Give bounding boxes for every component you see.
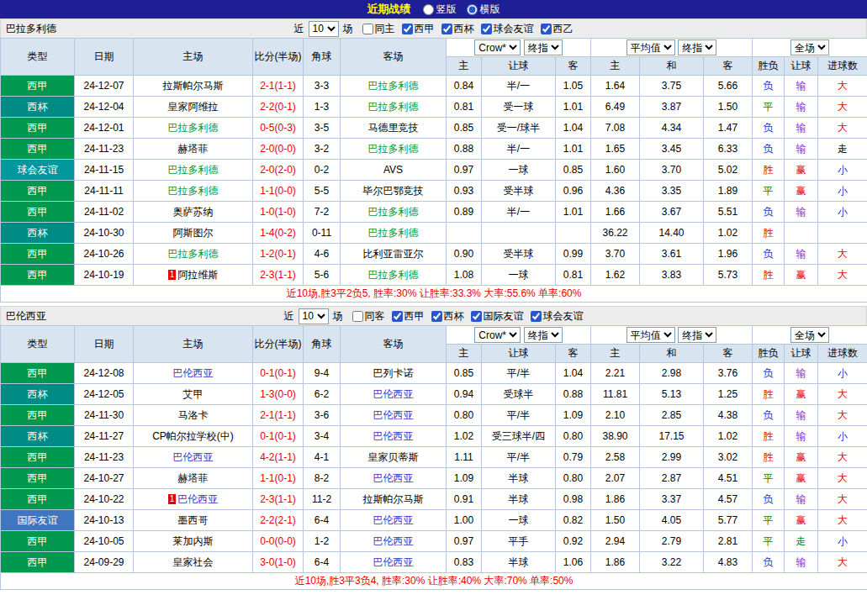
europe-odds-time-select[interactable]: 终指: [678, 327, 716, 343]
filter-checkbox-西甲[interactable]: 西甲: [392, 309, 425, 324]
home-team-cell[interactable]: 墨西哥: [134, 510, 253, 531]
date-cell: 24-12-01: [75, 118, 134, 139]
scope-select[interactable]: 全场: [790, 327, 829, 343]
checkbox-input[interactable]: [362, 24, 373, 34]
europe-odds-source-select[interactable]: 平均值: [626, 39, 675, 55]
asia-handicap-cell: 平手: [482, 531, 556, 552]
away-team-cell[interactable]: 巴拉多利德: [341, 202, 447, 223]
recent-count-select[interactable]: 10: [309, 21, 339, 37]
filter-checkbox-西杯[interactable]: 西杯: [431, 309, 464, 324]
home-team-cell[interactable]: 莱加内斯: [134, 531, 253, 552]
radio-input[interactable]: [467, 4, 478, 15]
europe-away-odds-cell: 1.02: [704, 223, 753, 244]
away-team-cell[interactable]: 巴伦西亚: [341, 405, 447, 426]
home-team-cell[interactable]: 赫塔菲: [134, 468, 253, 489]
filter-checkbox-西杯[interactable]: 西杯: [441, 22, 474, 36]
filter-checkbox-西乙[interactable]: 西乙: [541, 22, 574, 36]
handicap-result-cell: 输: [785, 244, 818, 265]
scope-select[interactable]: 全场: [790, 39, 829, 55]
corner-cell: 5-6: [304, 265, 341, 286]
handicap-result-cell: 赢: [785, 468, 818, 489]
checkbox-input[interactable]: [352, 311, 363, 322]
checkbox-input[interactable]: [531, 311, 542, 322]
filter-checkbox-同客[interactable]: 同客: [352, 309, 385, 324]
away-team-cell[interactable]: 巴伦西亚: [341, 531, 447, 552]
checkbox-input[interactable]: [481, 24, 492, 34]
filter-checkbox-同主[interactable]: 同主: [362, 22, 395, 36]
league-cell: 西甲: [1, 181, 75, 202]
asia-odds-time-select[interactable]: 终指: [524, 39, 563, 55]
away-team-cell[interactable]: 皇家贝蒂斯: [341, 447, 447, 468]
asia-home-odds-cell: 0.80: [447, 405, 482, 426]
layout-radio-横版[interactable]: 横版: [467, 3, 500, 17]
sub-asia-handicap: 让球: [482, 57, 556, 76]
asia-handicap-cell: 半/一: [482, 202, 556, 223]
checkbox-input[interactable]: [431, 311, 442, 322]
asia-handicap-cell: 受半球: [482, 181, 556, 202]
home-team-cell[interactable]: CP帕尔拉学校(中): [134, 426, 253, 447]
europe-draw-odds-cell: 14.40: [640, 223, 704, 244]
europe-draw-odds-cell: 3.61: [640, 244, 704, 265]
bookmaker-select[interactable]: Crow*: [474, 39, 521, 55]
away-team-cell[interactable]: 巴拉多利德: [341, 265, 447, 286]
checkbox-input[interactable]: [392, 311, 403, 322]
away-team-cell[interactable]: 巴拉多利德: [341, 76, 447, 97]
home-team-cell[interactable]: 巴伦西亚: [134, 447, 253, 468]
home-team-cell[interactable]: 1巴伦西亚: [134, 489, 253, 510]
col-header-type: 类型: [1, 39, 75, 76]
home-team-cell[interactable]: 巴拉多利德: [134, 244, 253, 265]
home-team-cell[interactable]: 巴拉多利德: [134, 118, 253, 139]
europe-odds-time-select[interactable]: 终指: [678, 39, 716, 55]
home-team-cell[interactable]: 拉斯帕尔马斯: [134, 76, 253, 97]
europe-odds-source-select[interactable]: 平均值: [626, 327, 675, 343]
checkbox-input[interactable]: [441, 24, 452, 34]
goals-result-cell: 大: [818, 118, 867, 139]
away-team-cell[interactable]: 巴伦西亚: [341, 510, 447, 531]
away-team-cell[interactable]: 巴伦西亚: [341, 552, 447, 573]
corner-cell: 1-3: [304, 97, 341, 118]
away-team-cell[interactable]: 巴伦西亚: [341, 468, 447, 489]
checkbox-label: 球会友谊: [543, 309, 584, 324]
away-team-cell[interactable]: 巴列卡诺: [341, 363, 447, 384]
checkbox-input[interactable]: [541, 24, 552, 34]
away-team-cell[interactable]: 毕尔巴鄂竞技: [341, 181, 447, 202]
home-team-cell[interactable]: 巴拉多利德: [134, 160, 253, 181]
recent-count-select[interactable]: 10: [299, 308, 329, 324]
away-team-cell[interactable]: 巴伦西亚: [341, 384, 447, 405]
home-team-cell[interactable]: 马洛卡: [134, 405, 253, 426]
filter-checkbox-西甲[interactable]: 西甲: [402, 22, 435, 36]
away-team-cell[interactable]: AVS: [341, 160, 447, 181]
asia-home-odds-cell: 0.83: [447, 552, 482, 573]
away-team-cell[interactable]: 比利亚雷亚尔: [341, 244, 447, 265]
away-team-cell[interactable]: 拉斯帕尔马斯: [341, 489, 447, 510]
sub-euro-away: 客: [704, 57, 753, 76]
away-team-cell[interactable]: 巴拉多利德: [341, 139, 447, 160]
away-team-cell[interactable]: 巴伦西亚: [341, 426, 447, 447]
away-team-cell[interactable]: 马德里竞技: [341, 118, 447, 139]
corner-cell: 11-2: [304, 489, 341, 510]
radio-input[interactable]: [423, 4, 434, 15]
away-team-cell[interactable]: 巴拉多利德: [341, 223, 447, 244]
asia-away-odds-cell: 0.88: [556, 384, 591, 405]
home-team-cell[interactable]: 阿斯图尔: [134, 223, 253, 244]
asia-home-odds-cell: 0.90: [447, 244, 482, 265]
filter-checkbox-球会友谊[interactable]: 球会友谊: [481, 22, 534, 36]
checkbox-input[interactable]: [402, 24, 413, 34]
asia-odds-time-select[interactable]: 终指: [524, 327, 563, 343]
bookmaker-select[interactable]: Crow*: [474, 327, 521, 343]
home-team-cell[interactable]: 巴伦西亚: [134, 363, 253, 384]
filter-checkbox-球会友谊[interactable]: 球会友谊: [531, 309, 584, 324]
home-team-cell[interactable]: 1阿拉维斯: [134, 265, 253, 286]
home-team-cell[interactable]: 皇家社会: [134, 552, 253, 573]
checkbox-input[interactable]: [471, 311, 482, 322]
home-team-cell[interactable]: 奥萨苏纳: [134, 202, 253, 223]
filter-checkbox-国际友谊[interactable]: 国际友谊: [471, 309, 524, 324]
home-team-cell[interactable]: 巴拉多利德: [134, 181, 253, 202]
layout-radio-竖版[interactable]: 竖版: [423, 3, 457, 17]
sub-goals-result: 进球数: [818, 57, 867, 76]
home-team-cell[interactable]: 皇家阿维拉: [134, 97, 253, 118]
away-team-cell[interactable]: 巴拉多利德: [341, 97, 447, 118]
asia-home-odds-cell: [447, 223, 482, 244]
home-team-cell[interactable]: 艾甲: [134, 384, 253, 405]
home-team-cell[interactable]: 赫塔菲: [134, 139, 253, 160]
